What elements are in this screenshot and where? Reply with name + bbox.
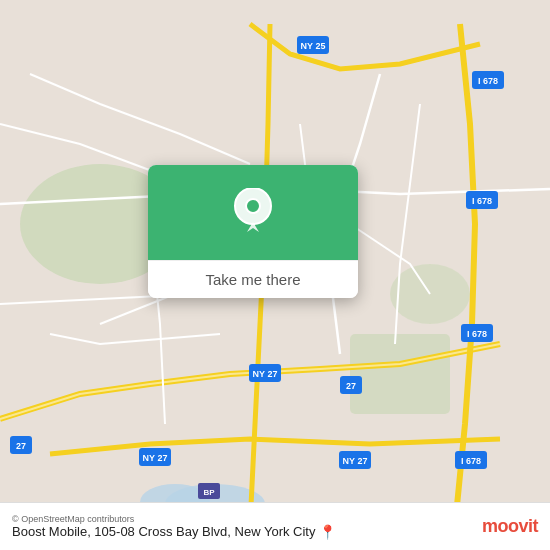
location-pin-icon: 📍 bbox=[319, 524, 336, 540]
popup-card: Take me there bbox=[148, 165, 358, 298]
map-pin-icon bbox=[233, 188, 273, 238]
info-bar: © OpenStreetMap contributors Boost Mobil… bbox=[0, 502, 550, 550]
svg-text:NY 27: NY 27 bbox=[253, 369, 278, 379]
location-text-content: Boost Mobile, 105-08 Cross Bay Blvd, New… bbox=[12, 524, 315, 539]
take-me-there-button[interactable]: Take me there bbox=[148, 260, 358, 298]
svg-text:NY 27: NY 27 bbox=[143, 453, 168, 463]
popup-map-preview bbox=[148, 165, 358, 260]
svg-text:27: 27 bbox=[16, 441, 26, 451]
svg-text:NY 27: NY 27 bbox=[343, 456, 368, 466]
map-container: NY 25 I 678 I 678 I 678 I 678 NY 27 27 N… bbox=[0, 0, 550, 550]
svg-text:I 678: I 678 bbox=[467, 329, 487, 339]
info-bar-left: © OpenStreetMap contributors Boost Mobil… bbox=[12, 514, 336, 540]
svg-text:BP: BP bbox=[203, 488, 215, 497]
svg-text:NY 25: NY 25 bbox=[301, 41, 326, 51]
svg-rect-2 bbox=[350, 334, 450, 414]
svg-text:I 678: I 678 bbox=[472, 196, 492, 206]
location-text: Boost Mobile, 105-08 Cross Bay Blvd, New… bbox=[12, 524, 336, 540]
attribution-text: © OpenStreetMap contributors bbox=[12, 514, 336, 524]
svg-text:I 678: I 678 bbox=[478, 76, 498, 86]
moovit-logo: moovit bbox=[482, 516, 538, 537]
svg-text:I 678: I 678 bbox=[461, 456, 481, 466]
svg-text:27: 27 bbox=[346, 381, 356, 391]
